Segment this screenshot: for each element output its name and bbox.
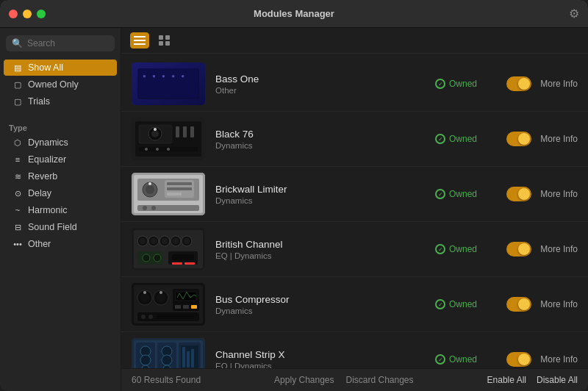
search-icon: 🔍 xyxy=(12,38,23,49)
list-view-button[interactable] xyxy=(130,32,149,49)
module-status: ✓ Owned xyxy=(435,79,494,89)
discard-changes-button[interactable]: Discard Changes xyxy=(346,375,414,385)
svg-rect-63 xyxy=(184,262,195,265)
module-name: Channel Strip X xyxy=(215,349,425,360)
svg-point-44 xyxy=(151,206,156,210)
settings-icon[interactable]: ⚙ xyxy=(569,7,579,21)
module-info: Black 76 Dynamics xyxy=(215,129,425,150)
svg-point-29 xyxy=(145,148,148,151)
svg-rect-1 xyxy=(134,40,146,41)
svg-rect-76 xyxy=(183,305,189,309)
more-info-button[interactable]: More Info xyxy=(540,244,578,254)
search-bar[interactable]: 🔍 xyxy=(6,35,115,51)
svg-point-59 xyxy=(143,254,150,262)
module-type: EQ | Dynamics xyxy=(215,251,425,260)
sidebar-item-label: Reverb xyxy=(28,171,57,182)
sidebar-item-label: Other xyxy=(28,239,51,249)
sidebar-item-trials[interactable]: ▢ Trials xyxy=(4,93,117,110)
sidebar-item-label: Trials xyxy=(28,96,50,107)
module-toggle[interactable] xyxy=(506,187,531,201)
more-info-button[interactable]: More Info xyxy=(540,189,578,199)
svg-point-86 xyxy=(140,355,151,365)
svg-point-17 xyxy=(177,90,182,94)
svg-point-16 xyxy=(166,90,171,94)
show-all-icon: ▤ xyxy=(12,63,23,73)
table-row: Black 76 Dynamics ✓ Owned More Info xyxy=(121,112,588,167)
svg-rect-27 xyxy=(190,126,194,137)
grid-view-icon xyxy=(159,35,171,46)
apply-changes-button[interactable]: Apply Changes xyxy=(274,375,334,385)
table-row: Channel Strip X EQ | Dynamics ✓ Owned Mo… xyxy=(121,332,588,368)
grid-view-button[interactable] xyxy=(155,32,174,49)
sidebar-item-equalizer[interactable]: ≡ Equalizer xyxy=(4,151,117,168)
svg-point-54 xyxy=(173,238,179,244)
svg-point-31 xyxy=(167,148,170,151)
more-info-button[interactable]: More Info xyxy=(540,299,578,309)
status-badge: Owned xyxy=(449,79,477,89)
owned-check-icon: ✓ xyxy=(435,299,445,309)
module-name: Bass One xyxy=(215,73,425,85)
module-toggle-area: More Info xyxy=(504,187,578,201)
svg-point-79 xyxy=(141,315,146,319)
minimize-button[interactable] xyxy=(23,10,32,18)
owned-check-icon: ✓ xyxy=(435,189,445,199)
svg-point-50 xyxy=(151,238,157,244)
table-row: Bus Compressor Dynamics ✓ Owned More Inf… xyxy=(121,277,588,332)
sidebar-item-reverb[interactable]: ≋ Reverb xyxy=(4,168,117,184)
main-layout: 🔍 ▤ Show All ▢ Owned Only ▢ Trials Type … xyxy=(0,28,588,391)
status-badge: Owned xyxy=(449,134,477,144)
module-type: Dynamics xyxy=(215,196,425,205)
module-toggle[interactable] xyxy=(506,352,531,367)
more-info-button[interactable]: More Info xyxy=(540,134,578,144)
more-info-button[interactable]: More Info xyxy=(540,79,578,89)
module-toggle[interactable] xyxy=(506,76,531,91)
search-input[interactable] xyxy=(27,38,109,49)
sidebar-item-label: Sound Field xyxy=(28,222,77,232)
svg-rect-96 xyxy=(191,349,194,367)
sidebar-item-sound-field[interactable]: ⊟ Sound Field xyxy=(4,219,117,235)
module-status: ✓ Owned xyxy=(435,244,494,254)
status-badge: Owned xyxy=(449,244,477,254)
footer-center-buttons: Apply Changes Discard Changes xyxy=(274,375,413,385)
list-view-icon xyxy=(134,35,146,46)
maximize-button[interactable] xyxy=(37,10,46,18)
sidebar-item-show-all[interactable]: ▤ Show All xyxy=(4,60,117,76)
sidebar-item-delay[interactable]: ⊙ Delay xyxy=(4,185,117,201)
module-type: Dynamics xyxy=(215,306,425,315)
enable-all-button[interactable]: Enable All xyxy=(487,375,526,385)
svg-rect-2 xyxy=(134,43,146,45)
svg-point-43 xyxy=(143,206,147,210)
module-toggle[interactable] xyxy=(506,297,531,312)
status-badge: Owned xyxy=(449,354,477,365)
sidebar-item-other[interactable]: ••• Other xyxy=(4,236,117,252)
more-info-button[interactable]: More Info xyxy=(540,354,578,365)
delay-icon: ⊙ xyxy=(12,189,23,198)
disable-all-button[interactable]: Disable All xyxy=(537,375,578,385)
footer: 60 Results Found Apply Changes Discard C… xyxy=(121,368,588,391)
module-thumbnail xyxy=(132,338,205,368)
sidebar-item-label: Equalizer xyxy=(28,154,66,165)
module-toggle[interactable] xyxy=(506,242,531,257)
sidebar-item-owned-only[interactable]: ▢ Owned Only xyxy=(4,76,117,93)
module-toggle-area: More Info xyxy=(504,242,578,257)
svg-rect-95 xyxy=(187,351,190,367)
equalizer-icon: ≡ xyxy=(12,155,23,164)
module-thumbnail xyxy=(132,118,205,160)
module-info: Bass One Other xyxy=(215,73,425,95)
sidebar-item-label: Dynamics xyxy=(28,137,68,148)
sidebar-item-dynamics[interactable]: ⬡ Dynamics xyxy=(4,134,117,151)
svg-rect-41 xyxy=(167,193,182,196)
module-toggle-area: More Info xyxy=(504,297,578,312)
module-status: ✓ Owned xyxy=(435,189,494,199)
close-button[interactable] xyxy=(9,10,18,18)
status-badge: Owned xyxy=(449,299,477,309)
type-section-title: Type xyxy=(0,119,121,134)
module-toggle[interactable] xyxy=(506,132,531,146)
svg-point-11 xyxy=(170,73,182,85)
trials-icon: ▢ xyxy=(12,97,23,107)
svg-point-52 xyxy=(162,238,168,244)
reverb-icon: ≋ xyxy=(12,172,23,182)
module-toggle-area: More Info xyxy=(504,76,578,91)
svg-point-37 xyxy=(148,182,151,185)
sidebar-item-harmonic[interactable]: ~ Harmonic xyxy=(4,202,117,218)
